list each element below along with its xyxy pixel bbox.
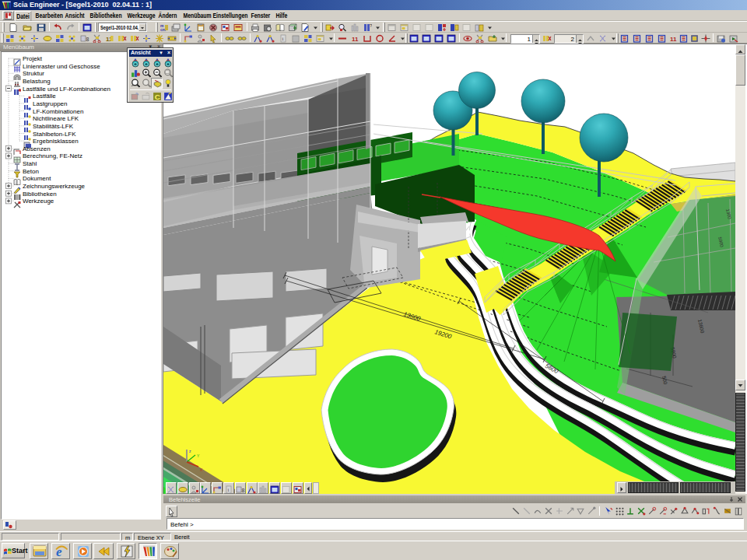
svg-text:i: i (228, 487, 230, 493)
svg-text:8: 8 (86, 37, 89, 42)
svg-text:C: C (155, 93, 160, 101)
svg-text:11: 11 (352, 36, 359, 43)
svg-text:i: i (282, 36, 284, 42)
svg-text:8: 8 (242, 488, 245, 493)
svg-text:?: ? (370, 23, 372, 28)
svg-text:11: 11 (670, 36, 677, 43)
